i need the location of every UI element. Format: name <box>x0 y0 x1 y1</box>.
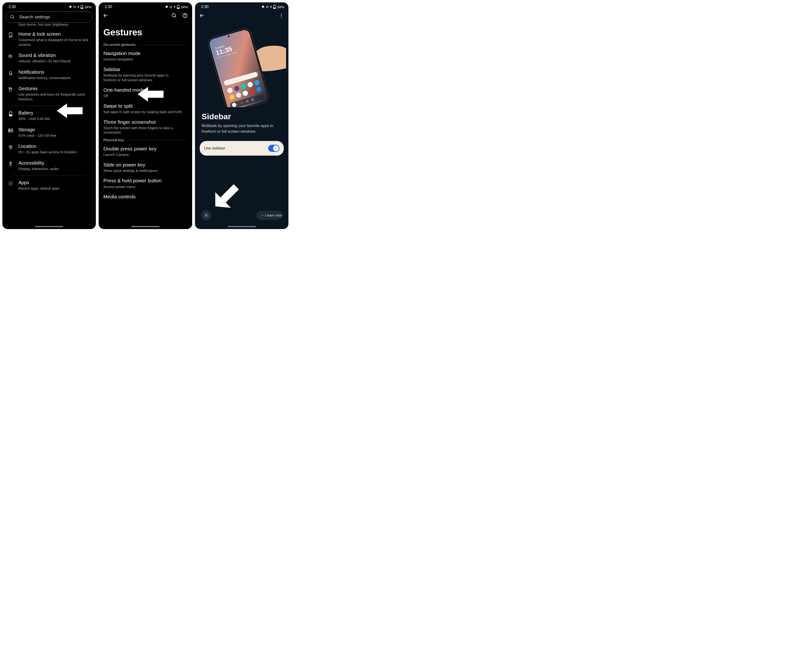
settings-item-storage[interactable]: Storage 51% used - 125 GB free <box>2 124 96 141</box>
svg-rect-34 <box>177 8 179 9</box>
svg-point-46 <box>281 15 282 16</box>
sidebar-setup-screen: 2:30 ✱ ⊖ ▾ 34% Tuesday 11: <box>195 2 288 229</box>
svg-point-67 <box>206 215 207 216</box>
learn-more-label: Learn more <box>265 213 282 217</box>
wifi-icon: ▾ <box>270 5 272 9</box>
item-sub: Volume, vibration, Do Not Disturb <box>18 59 91 64</box>
dnd-icon: ⊖ <box>73 5 76 9</box>
settings-item-gestures[interactable]: Gestures Use gestures and keys for frequ… <box>2 83 96 104</box>
settings-item-location[interactable]: Location On - 61 apps have access to loc… <box>2 141 96 157</box>
pin-icon <box>8 144 14 150</box>
status-bar: 2:30 ✱ ⊖ ▾ 34% <box>99 2 192 10</box>
hand-icon <box>8 87 14 92</box>
gesture-item-3finger[interactable]: Three finger screenshotTouch the screen … <box>99 117 192 137</box>
overflow-icon[interactable] <box>279 13 284 18</box>
svg-rect-2 <box>81 8 83 9</box>
svg-point-23 <box>10 182 11 182</box>
svg-point-39 <box>185 17 185 17</box>
nav-pill[interactable] <box>131 226 160 227</box>
svg-point-22 <box>9 182 9 182</box>
settings-item-home-lock[interactable]: Home & lock screen Customize what is dis… <box>2 28 96 50</box>
settings-item-sound[interactable]: Sound & vibration Volume, vibration, Do … <box>2 50 96 66</box>
svg-point-47 <box>281 17 282 18</box>
item-title: Home & lock screen <box>18 31 91 37</box>
battery-icon <box>81 5 83 9</box>
page-title: Sidebar <box>195 107 288 123</box>
gesture-item-mediacontrols[interactable]: Media controls <box>99 191 192 202</box>
clock: 2:30 <box>105 5 112 9</box>
svg-rect-43 <box>273 8 276 9</box>
item-sub: Notification history, conversations <box>18 76 91 80</box>
svg-point-3 <box>11 15 14 18</box>
status-icons: ✱ ⊖ ▾ 34% <box>165 5 188 9</box>
app-bar <box>195 10 288 20</box>
battery-icon <box>8 111 13 117</box>
section-physicalkey: Physical key <box>99 137 192 143</box>
gesture-item-navigation[interactable]: Navigation modeGesture navigation <box>99 48 192 64</box>
svg-line-37 <box>175 16 176 17</box>
item-sub: Recent apps, default apps <box>18 186 91 191</box>
svg-point-28 <box>9 184 9 185</box>
svg-line-20 <box>10 164 11 166</box>
svg-point-25 <box>9 183 9 184</box>
help-icon[interactable] <box>182 13 188 18</box>
item-sub: On - 61 apps have access to location <box>18 150 91 154</box>
status-bar: 2:30 ✱ ⊖ ▾ 34% <box>2 2 96 10</box>
gesture-item-holdpower[interactable]: Press & hold power buttonAccess power me… <box>99 175 192 191</box>
volume-icon <box>8 54 14 59</box>
svg-marker-40 <box>137 87 163 101</box>
svg-line-4 <box>13 18 14 19</box>
nav-pill[interactable] <box>35 226 63 227</box>
back-icon[interactable] <box>199 13 205 18</box>
back-icon[interactable] <box>103 13 108 18</box>
wifi-icon: ▾ <box>174 5 176 9</box>
dnd-icon: ⊖ <box>169 5 172 9</box>
search-settings-field[interactable]: Search settings <box>6 11 93 23</box>
svg-marker-31 <box>56 103 82 118</box>
sidebar-settings-button[interactable] <box>201 210 212 220</box>
use-sidebar-switch[interactable]: ✓ <box>268 145 279 152</box>
settings-main-screen: 2:30 ✱ ⊖ ▾ 34% Search settings Dark them… <box>2 2 96 229</box>
svg-point-15 <box>9 131 10 132</box>
battery-text: 34% <box>277 5 284 9</box>
svg-point-16 <box>10 147 11 147</box>
svg-point-27 <box>12 183 12 184</box>
battery-text: 34% <box>84 5 92 9</box>
item-title: Location <box>18 143 91 149</box>
settings-item-accessibility[interactable]: Accessibility Display, interaction, audi… <box>2 157 96 174</box>
learn-more-button[interactable]: → Learn more <box>256 211 282 220</box>
nav-pill[interactable] <box>227 226 256 227</box>
svg-point-17 <box>10 162 11 163</box>
status-icons: ✱ ⊖ ▾ 34% <box>69 5 92 9</box>
search-icon[interactable] <box>171 13 177 18</box>
callout-arrow-gestures <box>56 101 82 120</box>
page-title: Gestures <box>99 20 192 42</box>
use-sidebar-toggle-card[interactable]: Use sidebar ✓ <box>200 141 284 156</box>
wifi-icon: ▾ <box>78 5 79 9</box>
settings-item-apps[interactable]: Apps Recent apps, default apps <box>2 177 96 194</box>
svg-point-30 <box>12 184 12 185</box>
storage-icon <box>8 128 14 133</box>
item-title: Accessibility <box>18 160 91 166</box>
gesture-item-doublepress[interactable]: Double press power keyLaunch Camera <box>99 143 192 159</box>
svg-point-26 <box>10 183 11 184</box>
dnd-icon: ⊖ <box>266 5 269 9</box>
gesture-item-slidepower[interactable]: Slide on power keyShow quick settings & … <box>99 159 192 176</box>
svg-point-29 <box>10 184 11 185</box>
bluetooth-icon: ✱ <box>261 5 265 9</box>
divider <box>12 175 86 176</box>
battery-icon <box>177 5 180 9</box>
settings-item-notifications[interactable]: Notifications Notification history, conv… <box>2 66 96 83</box>
callout-arrow-settings <box>214 182 240 208</box>
app-bar <box>99 10 192 20</box>
section-onscreen: On-screen gestures <box>99 42 192 48</box>
item-title: Apps <box>18 180 91 186</box>
gesture-item-sidebar[interactable]: SidebarMultitask by opening your favorit… <box>99 64 192 84</box>
svg-point-36 <box>172 14 176 17</box>
svg-point-24 <box>12 182 12 182</box>
svg-point-45 <box>281 14 282 14</box>
item-sub: Use gestures and keys for frequently use… <box>18 92 91 101</box>
toggle-label: Use sidebar <box>204 146 226 151</box>
arrow-right-icon: → <box>260 213 264 217</box>
bluetooth-icon: ✱ <box>165 5 168 9</box>
